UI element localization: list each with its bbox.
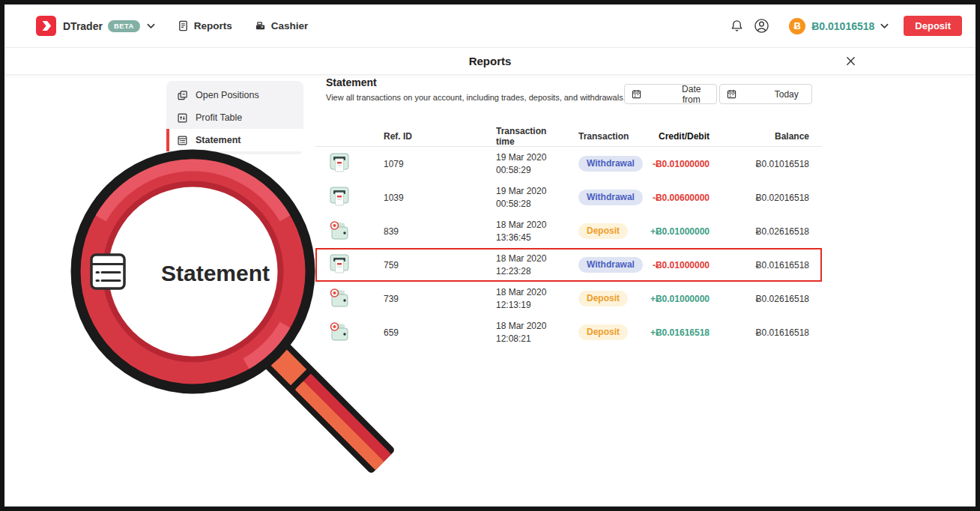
table-row: 1079 19 Mar 2020 00:58:29 Withdrawal -Ƀ0… bbox=[315, 147, 822, 181]
balance-cell: Ƀ0.02016518 bbox=[710, 193, 809, 203]
page-title: Reports bbox=[4, 55, 976, 67]
transaction-cell: Deposit bbox=[563, 223, 638, 239]
transaction-type-icon-cell bbox=[326, 319, 371, 346]
transaction-time-cell: 18 Mar 2020 13:36:45 bbox=[480, 219, 563, 243]
close-icon[interactable] bbox=[846, 56, 856, 66]
transaction-type-icon-cell bbox=[326, 151, 371, 178]
calendar-icon bbox=[727, 89, 769, 99]
transaction-type-icon-cell bbox=[326, 218, 371, 245]
sidebar-item-statement[interactable]: Statement bbox=[166, 129, 303, 151]
transaction-time-cell: 18 Mar 2020 12:23:28 bbox=[480, 253, 563, 276]
statement-panel: Statement View all transactions on your … bbox=[315, 76, 822, 349]
profit-table-icon bbox=[177, 112, 188, 124]
reports-doc-icon bbox=[178, 20, 189, 31]
magnifier-handle bbox=[259, 338, 396, 474]
statement-table-body: 1079 19 Mar 2020 00:58:29 Withdrawal -Ƀ0… bbox=[315, 147, 822, 349]
transaction-date: 19 Mar 2020 bbox=[496, 185, 563, 197]
header-ref-id: Ref. ID bbox=[371, 131, 480, 142]
account-switcher-chevron-icon[interactable] bbox=[880, 23, 889, 29]
transaction-clock: 00:58:29 bbox=[496, 164, 563, 176]
transaction-clock: 13:36:45 bbox=[496, 232, 563, 244]
ref-id-cell: 1079 bbox=[371, 159, 480, 169]
transaction-cell: Deposit bbox=[563, 324, 638, 340]
beta-badge: BETA bbox=[108, 20, 140, 32]
navbar: DTrader BETA Reports Cashier Ƀ Ƀ0.010165… bbox=[4, 4, 976, 48]
date-from-value: Date from bbox=[674, 84, 717, 105]
date-from-filter[interactable]: Date from bbox=[624, 84, 717, 104]
transaction-clock: 12:08:21 bbox=[496, 333, 563, 345]
transaction-cell: Withdrawal bbox=[563, 156, 638, 172]
deposit-button[interactable]: Deposit bbox=[904, 16, 962, 36]
date-to-filter[interactable]: Today bbox=[719, 84, 812, 104]
account-icon[interactable] bbox=[754, 18, 769, 34]
withdrawal-icon bbox=[326, 151, 353, 178]
transaction-cell: Withdrawal bbox=[563, 257, 638, 273]
cashier-icon bbox=[255, 20, 266, 31]
magnifier-glass bbox=[71, 150, 315, 394]
navbar-right: Ƀ Ƀ0.01016518 Deposit bbox=[730, 16, 976, 36]
sidebar-item-label: Open Positions bbox=[196, 90, 259, 100]
credit-debit-cell: -Ƀ0.01000000 bbox=[638, 159, 710, 169]
header-balance: Balance bbox=[710, 131, 809, 142]
statement-icon bbox=[177, 135, 188, 146]
deposit-icon bbox=[326, 285, 353, 312]
transaction-cell: Withdrawal bbox=[563, 190, 638, 205]
transaction-date: 19 Mar 2020 bbox=[496, 151, 563, 163]
transaction-date: 18 Mar 2020 bbox=[496, 286, 563, 298]
nav-item-reports[interactable]: Reports bbox=[178, 20, 232, 31]
account-balance[interactable]: Ƀ0.01016518 bbox=[811, 20, 874, 32]
transaction-badge: Deposit bbox=[578, 291, 628, 306]
transaction-time-cell: 19 Mar 2020 00:58:29 bbox=[480, 151, 563, 175]
notifications-bell-icon[interactable] bbox=[730, 19, 744, 33]
withdrawal-icon bbox=[326, 184, 353, 211]
transaction-cell: Deposit bbox=[563, 291, 638, 306]
sidebar-item-label: Profit Table bbox=[196, 112, 242, 123]
table-row: 659 18 Mar 2020 12:08:21 Deposit +Ƀ0.016… bbox=[315, 315, 822, 349]
nav-item-label: Cashier bbox=[271, 20, 309, 31]
reports-title-bar: Reports bbox=[4, 48, 976, 75]
app-window: DTrader BETA Reports Cashier Ƀ Ƀ0.010165… bbox=[0, 0, 980, 511]
transaction-badge: Withdrawal bbox=[578, 190, 643, 205]
transaction-clock: 00:58:28 bbox=[496, 198, 563, 210]
credit-debit-cell: +Ƀ0.01000000 bbox=[638, 226, 710, 237]
credit-debit-cell: +Ƀ0.01000000 bbox=[638, 294, 710, 304]
balance-cell: Ƀ0.01616518 bbox=[710, 260, 809, 270]
balance-cell: Ƀ0.01016518 bbox=[710, 159, 809, 169]
transaction-type-icon-cell bbox=[326, 184, 371, 211]
credit-debit-cell: -Ƀ0.01000000 bbox=[638, 260, 710, 270]
table-header-row: Ref. ID Transaction time Transaction Cre… bbox=[315, 126, 822, 147]
navbar-left: DTrader BETA Reports Cashier bbox=[4, 16, 308, 36]
ref-id-cell: 1039 bbox=[371, 193, 480, 203]
deposit-icon bbox=[326, 218, 353, 245]
balance-cell: Ƀ0.01616518 bbox=[710, 327, 809, 338]
bitcoin-coin-icon: Ƀ bbox=[789, 18, 805, 34]
magnifier-statement-icon bbox=[91, 255, 124, 288]
withdrawal-icon bbox=[326, 252, 353, 279]
ref-id-cell: 739 bbox=[371, 294, 480, 304]
ref-id-cell: 659 bbox=[371, 327, 480, 338]
transaction-badge: Withdrawal bbox=[578, 257, 643, 273]
sidebar-item-open-positions[interactable]: Open Positions bbox=[166, 84, 303, 106]
transaction-time-cell: 18 Mar 2020 12:13:19 bbox=[480, 286, 563, 310]
credit-debit-cell: +Ƀ0.01616518 bbox=[638, 327, 710, 338]
transaction-badge: Deposit bbox=[578, 324, 628, 340]
credit-debit-cell: -Ƀ0.00600000 bbox=[638, 193, 710, 203]
sidebar-item-profit-table[interactable]: Profit Table bbox=[166, 106, 303, 129]
dtrader-logo-icon[interactable] bbox=[36, 16, 56, 36]
transaction-clock: 12:13:19 bbox=[496, 299, 563, 311]
platform-switcher-chevron-icon[interactable] bbox=[147, 23, 155, 29]
header-transaction-time: Transaction time bbox=[480, 126, 563, 147]
ref-id-cell: 759 bbox=[371, 260, 480, 270]
transaction-clock: 12:23:28 bbox=[496, 265, 563, 277]
transaction-time-cell: 18 Mar 2020 12:08:21 bbox=[480, 320, 563, 344]
calendar-icon bbox=[632, 89, 674, 99]
nav-item-cashier[interactable]: Cashier bbox=[255, 20, 309, 31]
transaction-time-cell: 19 Mar 2020 00:58:28 bbox=[480, 185, 563, 209]
transaction-date: 18 Mar 2020 bbox=[496, 219, 563, 231]
transaction-date: 18 Mar 2020 bbox=[496, 320, 563, 332]
sidebar-item-label: Statement bbox=[196, 135, 241, 145]
balance-cell: Ƀ0.02616518 bbox=[710, 226, 809, 237]
brand-name: DTrader bbox=[63, 20, 103, 32]
header-transaction: Transaction bbox=[563, 131, 638, 142]
transaction-badge: Deposit bbox=[578, 223, 628, 239]
